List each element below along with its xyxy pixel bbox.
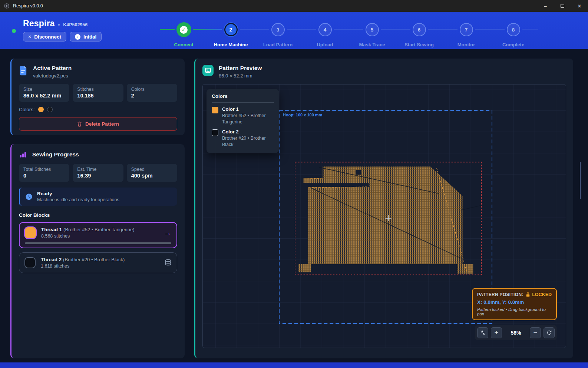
app-icon (4, 3, 10, 9)
step-upload[interactable]: 4 Upload (301, 12, 348, 49)
step-start-sewing[interactable]: 6 Start Sewing (396, 12, 443, 49)
close-button[interactable]: ✕ (571, 0, 588, 12)
maximize-icon (561, 4, 564, 8)
stat-est-time: Est. Time 16:39 (73, 164, 123, 182)
step-circle: 6 (413, 23, 426, 36)
minus-icon: − (533, 329, 537, 337)
stepper-tail-line (522, 29, 538, 30)
zoom-toolbar: + 58% − (475, 325, 557, 340)
zoom-level: 58% (505, 330, 527, 336)
fit-to-view-button[interactable] (477, 327, 488, 338)
step-monitor[interactable]: 7 Monitor (443, 12, 490, 49)
sewing-progress-title: Sewing Progress (32, 151, 79, 158)
color-swatch-orange (38, 107, 44, 112)
connection-status-dot (12, 29, 16, 33)
bottom-strip (0, 362, 588, 368)
step-circle: 7 (460, 23, 473, 36)
pattern-filename: valetudogv2.pes (33, 73, 72, 79)
status-title: Ready (37, 191, 119, 196)
stat-colors: Colors 2 (127, 84, 177, 102)
step-load-pattern[interactable]: 3 Load Pattern (254, 12, 301, 49)
stat-total-stitches: Total Stitches 0 (19, 164, 69, 182)
thread-1-progress-track (25, 242, 171, 244)
color-2-item: Color 2 Brother #20 • Brother Black (212, 129, 274, 148)
step-active-circle: 2 (224, 23, 238, 36)
step-label: Upload (317, 42, 333, 47)
reset-view-button[interactable] (544, 327, 555, 338)
step-connect[interactable]: ✓ Connect (160, 12, 207, 49)
preview-canvas[interactable]: Hoop: 100 x 100 mm Colors Color 1 Brothe… (202, 84, 566, 348)
color-swatch-black (47, 107, 53, 112)
bar-chart-icon (19, 150, 27, 159)
stat-stitches: Stitches 10.186 (73, 84, 123, 102)
position-title: PATTERN POSITION: (477, 292, 523, 297)
disconnect-button[interactable]: × Disconnect (23, 32, 66, 42)
pattern-dimensions: 86.0 × 52.2 mm (219, 73, 262, 79)
colors-panel: Colors Color 1 Brother #52 • Brother Tan… (207, 89, 279, 153)
step-label: Mask Trace (359, 42, 385, 47)
thread-2-stitches: 1.618 stitches (41, 263, 159, 269)
zoom-out-button[interactable]: − (530, 327, 541, 338)
active-pattern-title: Active Pattern (33, 65, 72, 72)
app-header: Respira • K4P502956 × Disconnect ✓ Initi… (0, 12, 588, 49)
minimize-button[interactable]: – (537, 0, 554, 12)
bullet-separator: • (58, 22, 60, 27)
active-pattern-card: Active Pattern valetudogv2.pes Size 86.0… (10, 59, 185, 135)
image-icon (202, 65, 214, 76)
step-label: Connect (174, 42, 194, 47)
step-mask-trace[interactable]: 5 Mask Trace (348, 12, 396, 49)
plus-icon: + (494, 329, 498, 337)
lock-icon (526, 292, 530, 297)
step-label: Start Sewing (404, 42, 434, 47)
step-complete[interactable]: 8 Complete (490, 12, 537, 49)
color-1-swatch (212, 107, 218, 113)
color-1-item: Color 1 Brother #52 • Brother Tangerine (212, 106, 274, 125)
arrow-right-icon: → (164, 229, 171, 236)
machine-serial: K4P502956 (63, 22, 87, 27)
stat-size: Size 86.0 x 52.2 mm (19, 84, 69, 102)
step-circle: 5 (366, 23, 379, 36)
x-icon: × (28, 34, 31, 40)
sewing-progress-card: Sewing Progress Total Stitches 0 Est. Ti… (10, 144, 185, 358)
step-circle: 3 (271, 23, 285, 36)
thread-block-1[interactable]: Thread 1 (Brother #52 • Brother Tangerin… (19, 222, 177, 248)
color-blocks-heading: Color Blocks (19, 212, 177, 218)
document-icon (19, 66, 28, 76)
hoop-size-label: Hoop: 100 x 100 mm (283, 113, 322, 117)
trash-icon (77, 122, 82, 127)
status-text: Machine is idle and ready for operations (37, 197, 119, 202)
divider (212, 102, 274, 103)
step-home-machine[interactable]: 2 Home Machine (207, 12, 254, 49)
workflow-stepper: ✓ Connect 2 Home Machine 3 Load Pattern … (160, 12, 537, 49)
pattern-preview-card: Pattern Preview 86.0 × 52.2 mm (194, 59, 573, 358)
check-icon: ✓ (180, 26, 188, 34)
delete-pattern-button[interactable]: Delete Pattern (19, 117, 177, 131)
color-2-swatch (212, 129, 218, 136)
stat-speed: Speed 400 spm (127, 164, 177, 182)
locked-badge: LOCKED (532, 292, 552, 297)
window-title: Respira v0.0.0 (13, 3, 43, 9)
thread-2-swatch (24, 257, 36, 268)
scrollbar-thumb[interactable] (580, 162, 581, 199)
step-done-circle: ✓ (176, 22, 191, 37)
step-label: Home Machine (214, 42, 248, 47)
zoom-in-button[interactable]: + (491, 327, 502, 338)
colors-label: Colors: (19, 107, 35, 112)
thread-1-stitches: 8.568 stitches (41, 233, 159, 239)
maximize-button[interactable] (554, 0, 571, 12)
step-label: Monitor (457, 42, 475, 47)
app-window: Respira v0.0.0 – ✕ Respira • K4P502956 ×… (0, 0, 588, 368)
step-circle: 8 (507, 23, 520, 36)
clock-icon (25, 193, 33, 200)
thread-1-swatch (25, 227, 36, 238)
initial-button[interactable]: ✓ Initial (70, 32, 102, 42)
colors-panel-title: Colors (212, 93, 274, 99)
check-circle-icon: ✓ (75, 34, 80, 40)
titlebar: Respira v0.0.0 – ✕ (0, 0, 588, 12)
machine-status-banner: Ready Machine is idle and ready for oper… (19, 188, 177, 206)
brand-title: Respira (23, 19, 55, 29)
step-circle: 4 (318, 23, 332, 36)
step-label: Complete (502, 42, 524, 47)
thread-block-2[interactable]: Thread 2 (Brother #20 • Brother Black) 1… (19, 252, 177, 273)
pattern-position-overlay: PATTERN POSITION: LOCKED X: 0.0mm, Y: 0.… (472, 288, 557, 320)
